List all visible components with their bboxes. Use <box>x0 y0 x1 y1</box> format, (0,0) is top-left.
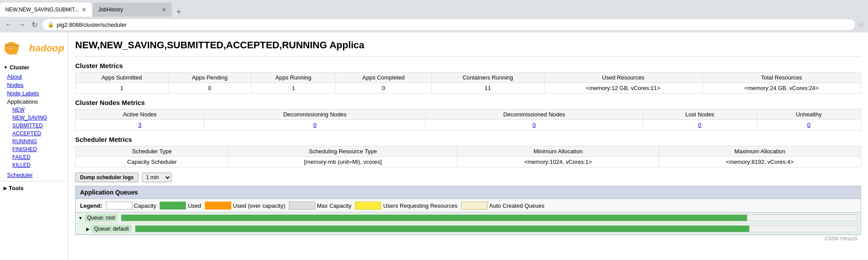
val-apps-completed: 0 <box>336 83 432 94</box>
svg-point-5 <box>10 47 11 48</box>
sidebar-item-about[interactable]: About <box>0 72 68 81</box>
hadoop-text: hadoop <box>29 43 64 54</box>
col-decommissioning: Decommissioning Nodes <box>204 109 425 120</box>
logo-area: hadoop hadoop <box>0 36 68 61</box>
val-active-nodes[interactable]: 3 <box>76 120 204 130</box>
tab-inactive[interactable]: JobHistory ✕ <box>93 3 172 17</box>
tools-label: Tools <box>9 185 24 191</box>
val-decommissioned[interactable]: 0 <box>426 120 643 130</box>
queue-default-bar-container <box>135 225 858 232</box>
col-total-resources: Total Resources <box>702 72 861 83</box>
sidebar-item-nodes[interactable]: Nodes <box>0 81 68 89</box>
cluster-metrics-title: Cluster Metrics <box>75 62 861 69</box>
queue-default-name[interactable]: Queue: default <box>91 225 131 233</box>
val-apps-pending: 0 <box>168 83 252 94</box>
val-scheduling-resource: [memory-mb (unit=Mi), vcores] <box>229 157 457 167</box>
queue-root-bar-container <box>121 214 858 221</box>
app-queues-header: Application Queues <box>75 186 861 199</box>
tab-title-active: NEW,NEW_SAVING,SUBMIT... <box>5 7 79 13</box>
legend-capacity-text: Capacity <box>134 202 157 209</box>
val-total-resources: <memory:24 GB, vCores:24> <box>702 83 861 94</box>
legend-used-over-box <box>205 202 231 209</box>
sidebar-item-new[interactable]: NEW <box>0 106 68 114</box>
cluster-nodes-row: 3 0 0 0 0 <box>76 120 861 130</box>
sidebar-item-finished[interactable]: FINISHED <box>0 145 68 153</box>
legend-label: Legend: <box>80 202 102 209</box>
queues-section: ▼ Queue: root ▶ Queue: default <box>75 212 861 235</box>
col-decommissioned: Decommissioned Nodes <box>426 109 643 120</box>
back-button[interactable]: ← <box>4 20 14 29</box>
cluster-nodes-title: Cluster Nodes Metrics <box>75 99 861 106</box>
sidebar-item-new-saving[interactable]: NEW_SAVING <box>0 114 68 122</box>
page-layout: hadoop hadoop ▼ Cluster About Nodes Node… <box>0 32 868 260</box>
sidebar-item-node-labels[interactable]: Node Labels <box>0 89 68 98</box>
refresh-button[interactable]: ↻ <box>30 20 39 30</box>
cluster-section: ▼ Cluster About Nodes Node Labels Applic… <box>0 61 68 171</box>
queue-root-bar-fill <box>121 215 747 221</box>
bookmark-button[interactable]: ☆ <box>858 21 864 29</box>
sidebar: hadoop hadoop ▼ Cluster About Nodes Node… <box>0 32 68 260</box>
scheduler-metrics-row: Capacity Scheduler [memory-mb (unit=Mi),… <box>76 157 861 167</box>
legend-users-text: Users Requesting Resources <box>383 202 457 209</box>
cluster-nodes-table: Active Nodes Decommissioning Nodes Decom… <box>75 109 861 130</box>
legend-auto-text: Auto Created Queues <box>489 202 545 209</box>
col-used-resources: Used Resources <box>544 72 702 83</box>
legend-row: Legend: Capacity Used Used (over capacit… <box>75 199 861 212</box>
val-decommissioning[interactable]: 0 <box>204 120 425 130</box>
col-unhealthy: Unhealthy <box>757 109 861 120</box>
legend-used-over-text: Used (over capacity) <box>233 202 285 209</box>
val-max-allocation: <memory:8192, vCores:4> <box>659 157 861 167</box>
col-apps-running: Apps Running <box>252 72 336 83</box>
legend-item-used: Used <box>160 202 201 209</box>
new-tab-button[interactable]: + <box>173 7 185 17</box>
cluster-header[interactable]: ▼ Cluster <box>0 62 68 72</box>
svg-rect-3 <box>15 49 17 55</box>
hadoop-logo-icon: hadoop <box>4 40 28 57</box>
legend-item-auto: Auto Created Queues <box>461 202 545 209</box>
legend-item-capacity: Capacity <box>106 202 157 209</box>
lock-icon: 🔒 <box>47 22 54 28</box>
page-title: NEW,NEW_SAVING,SUBMITTED,ACCEPTED,RUNNIN… <box>75 36 861 57</box>
val-apps-running: 1 <box>252 83 336 94</box>
browser-chrome: NEW,NEW_SAVING,SUBMIT... ✕ JobHistory ✕ … <box>0 0 868 32</box>
legend-used-text: Used <box>188 202 201 209</box>
sidebar-item-applications: Applications <box>0 98 68 106</box>
queue-root-name[interactable]: Queue: root <box>84 214 117 222</box>
dump-scheduler-logs-button[interactable]: Dump scheduler logs <box>75 173 139 182</box>
val-lost-nodes[interactable]: 0 <box>643 120 757 130</box>
legend-used-box <box>160 202 186 209</box>
sidebar-item-accepted[interactable]: ACCEPTED <box>0 130 68 137</box>
tab-close-inactive[interactable]: ✕ <box>161 7 167 13</box>
url-text: pig2:8088/cluster/scheduler <box>57 22 127 28</box>
legend-users-box <box>355 202 381 209</box>
interval-select[interactable]: 1 min 5 min 10 min <box>142 173 171 182</box>
queue-default-row: ▶ Queue: default <box>76 224 861 235</box>
address-bar[interactable]: 🔒 pig2:8088/cluster/scheduler <box>42 18 856 31</box>
sidebar-item-failed[interactable]: FAILED <box>0 153 68 161</box>
tab-active[interactable]: NEW,NEW_SAVING,SUBMIT... ✕ <box>0 3 92 17</box>
tab-close-active[interactable]: ✕ <box>81 7 87 13</box>
val-unhealthy[interactable]: 0 <box>757 120 861 130</box>
sidebar-item-scheduler[interactable]: Scheduler <box>0 171 68 179</box>
scheduler-metrics-title: Scheduler Metrics <box>75 136 861 143</box>
queue-default-arrow[interactable]: ▶ <box>86 227 90 231</box>
col-apps-submitted: Apps Submitted <box>76 72 168 83</box>
col-containers-running: Containers Running <box>432 72 544 83</box>
col-scheduler-type: Scheduler Type <box>76 146 229 157</box>
val-scheduler-type: Capacity Scheduler <box>76 157 229 167</box>
legend-item-max: Max Capacity <box>289 202 352 209</box>
tools-arrow-icon: ▶ <box>4 186 7 191</box>
forward-button[interactable]: → <box>17 20 27 29</box>
legend-item-users: Users Requesting Resources <box>355 202 457 209</box>
queue-root-row: ▼ Queue: root <box>76 213 861 224</box>
col-max-allocation: Maximum Allocation <box>659 146 861 157</box>
val-min-allocation: <memory:1024, vCores:1> <box>457 157 659 167</box>
sidebar-item-running[interactable]: RUNNING <box>0 137 68 145</box>
sidebar-item-killed[interactable]: KILLED <box>0 161 68 169</box>
cluster-metrics-row: 1 0 1 0 11 <memory:12 GB, vCores:11> <me… <box>76 83 861 94</box>
col-scheduling-resource: Scheduling Resource Type <box>229 146 457 157</box>
tools-header[interactable]: ▶ Tools <box>0 183 68 193</box>
queue-root-arrow[interactable]: ▼ <box>78 216 83 220</box>
sidebar-item-submitted[interactable]: SUBMITTED <box>0 122 68 130</box>
legend-capacity-box <box>106 202 132 209</box>
